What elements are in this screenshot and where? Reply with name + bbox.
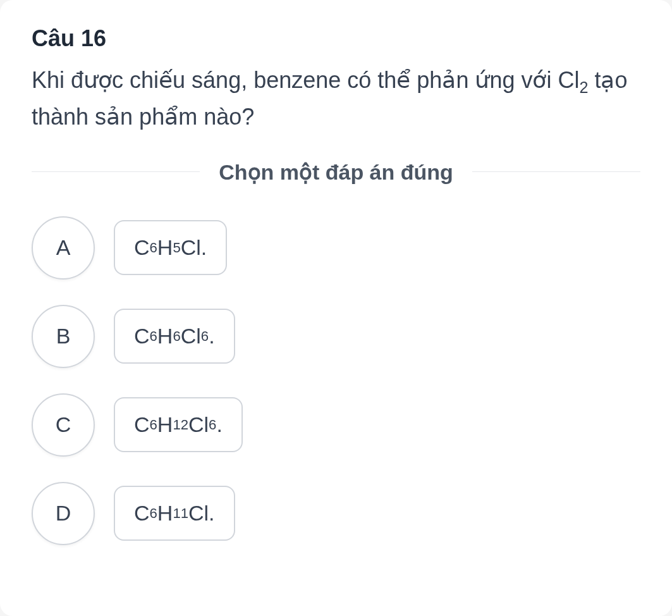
option-letter-b[interactable]: B xyxy=(32,305,95,368)
option-row-b: BC6H6Cl6. xyxy=(32,305,640,368)
options-list: AC6H5Cl.BC6H6Cl6.CC6H12Cl6.DC6H11Cl. xyxy=(32,216,640,545)
option-answer-b[interactable]: C6H6Cl6. xyxy=(114,309,235,364)
instruction-text: Chọn một đáp án đúng xyxy=(200,159,472,185)
question-card: Câu 16 Khi được chiếu sáng, benzene có t… xyxy=(0,0,672,616)
option-letter-a[interactable]: A xyxy=(32,216,95,280)
option-answer-a[interactable]: C6H5Cl. xyxy=(114,220,227,275)
question-text-sub1: 2 xyxy=(579,78,588,96)
option-answer-d[interactable]: C6H11Cl. xyxy=(114,486,235,541)
option-row-d: DC6H11Cl. xyxy=(32,482,640,545)
option-letter-c[interactable]: C xyxy=(32,393,95,457)
option-answer-c[interactable]: C6H12Cl6. xyxy=(114,397,243,452)
instruction-divider: Chọn một đáp án đúng xyxy=(32,159,640,185)
divider-line-left xyxy=(32,171,200,172)
question-text-part1: Khi được chiếu sáng, benzene có thể phản… xyxy=(32,67,579,93)
option-letter-d[interactable]: D xyxy=(32,482,95,545)
question-number: Câu 16 xyxy=(32,25,640,52)
option-row-a: AC6H5Cl. xyxy=(32,216,640,280)
option-row-c: CC6H12Cl6. xyxy=(32,393,640,457)
divider-line-right xyxy=(472,171,640,172)
question-text: Khi được chiếu sáng, benzene có thể phản… xyxy=(32,63,640,134)
